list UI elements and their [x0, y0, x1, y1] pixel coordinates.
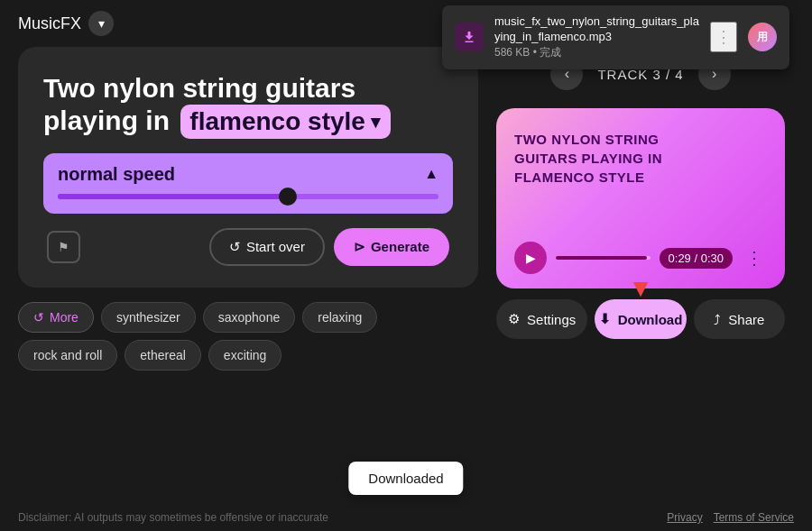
style-label: flamenco style [189, 106, 365, 137]
download-filename: music_fx_two_nylon_string_guitars_playin… [494, 14, 699, 45]
footer-links: Privacy Terms of Service [667, 511, 794, 524]
generate-icon: ⊳ [354, 239, 365, 255]
progress-bar-fill [556, 256, 647, 260]
share-label: Share [728, 312, 764, 327]
header-dropdown-button[interactable]: ▾ [88, 11, 114, 36]
settings-label: Settings [527, 312, 576, 327]
speed-slider-fill [58, 194, 286, 199]
footer-disclaimer: Disclaimer: AI outputs may sometimes be … [18, 511, 328, 524]
start-over-icon: ↺ [229, 239, 241, 255]
toast-label: Downloaded [368, 471, 443, 486]
speed-selector: normal speed ▲ [43, 153, 453, 214]
chip-more[interactable]: ↺ More [18, 302, 94, 333]
chip-ethereal[interactable]: ethereal [125, 340, 201, 371]
chip-synthesizer[interactable]: synthesizer [101, 302, 196, 333]
chip-rock-and-roll-label: rock and roll [33, 348, 102, 362]
start-over-button[interactable]: ↺ Start over [209, 228, 325, 266]
chip-ethereal-label: ethereal [140, 348, 186, 362]
chip-saxophone-label: saxophone [218, 310, 281, 325]
right-actions: ↺ Start over ⊳ Generate [209, 228, 449, 266]
main-layout: Two nylon string guitars playing in flam… [0, 47, 812, 526]
downloaded-toast: Downloaded [348, 462, 463, 495]
user-avatar: 用 [748, 23, 777, 51]
chip-rock-and-roll[interactable]: rock and roll [18, 340, 117, 371]
progress-bar[interactable] [556, 256, 651, 260]
style-badge[interactable]: flamenco style ▾ [180, 105, 391, 139]
style-chevron-icon: ▾ [371, 111, 380, 133]
settings-icon: ⚙ [508, 311, 520, 327]
more-refresh-icon: ↺ [33, 310, 44, 325]
speed-header: normal speed ▲ [58, 164, 438, 185]
download-notification: music_fx_two_nylon_string_guitars_playin… [442, 5, 789, 69]
generate-label: Generate [371, 239, 429, 254]
app-logo: MusicFX [18, 14, 81, 33]
left-panel: Two nylon string guitars playing in flam… [18, 47, 478, 526]
chip-more-label: More [50, 310, 78, 325]
start-over-label: Start over [246, 239, 305, 254]
generate-button[interactable]: ⊳ Generate [334, 228, 449, 266]
chips-row: ↺ More synthesizer saxophone relaxing ro… [18, 302, 478, 371]
chip-relaxing[interactable]: relaxing [302, 302, 377, 333]
download-notif-text: music_fx_two_nylon_string_guitars_playin… [494, 14, 699, 60]
bottom-action-bar: ⚙ Settings ⬇ Download ⤴ Share [496, 299, 785, 339]
download-icon: ⬇ [599, 311, 611, 327]
chip-exciting[interactable]: exciting [208, 340, 281, 371]
action-row: ⚑ ↺ Start over ⊳ Generate [43, 228, 453, 266]
player-row: ▶ 0:29 / 0:30 ⋮ [514, 242, 767, 274]
prompt-title: Two nylon string guitars playing in flam… [43, 72, 453, 139]
terms-link[interactable]: Terms of Service [714, 511, 794, 524]
red-arrow-icon: ▼ [628, 274, 653, 303]
bottom-action-area: ▼ ⚙ Settings ⬇ Download ⤴ Share [496, 299, 785, 339]
download-meta: 586 KB • 完成 [494, 45, 699, 60]
speed-label: normal speed [58, 164, 175, 185]
settings-button[interactable]: ⚙ Settings [496, 299, 587, 339]
time-display: 0:29 / 0:30 [660, 248, 733, 269]
chip-exciting-label: exciting [224, 348, 266, 362]
music-card-title: TWO NYLON STRING GUITARS PLAYING IN FLAM… [514, 130, 695, 187]
main-card: Two nylon string guitars playing in flam… [18, 47, 478, 288]
share-icon: ⤴ [714, 312, 721, 327]
right-panel: ‹ TRACK 3 / 4 › TWO NYLON STRING GUITARS… [496, 47, 785, 526]
download-button[interactable]: ⬇ Download [595, 299, 686, 339]
notification-more-button[interactable]: ⋮ [710, 22, 737, 52]
track-more-options-button[interactable]: ⋮ [742, 243, 767, 272]
footer: Disclaimer: AI outputs may sometimes be … [18, 511, 794, 524]
chip-synthesizer-label: synthesizer [116, 310, 180, 325]
download-notif-icon [455, 23, 484, 51]
speed-slider-track[interactable] [58, 194, 438, 199]
speed-slider-thumb[interactable] [279, 188, 297, 206]
music-card: TWO NYLON STRING GUITARS PLAYING IN FLAM… [496, 108, 785, 288]
speed-chevron-icon: ▲ [424, 166, 438, 182]
chip-saxophone[interactable]: saxophone [203, 302, 296, 333]
share-button[interactable]: ⤴ Share [694, 299, 785, 339]
play-button[interactable]: ▶ [514, 242, 547, 274]
privacy-link[interactable]: Privacy [667, 511, 702, 524]
chip-relaxing-label: relaxing [318, 310, 362, 325]
download-label: Download [618, 312, 683, 327]
flag-button[interactable]: ⚑ [47, 231, 80, 263]
